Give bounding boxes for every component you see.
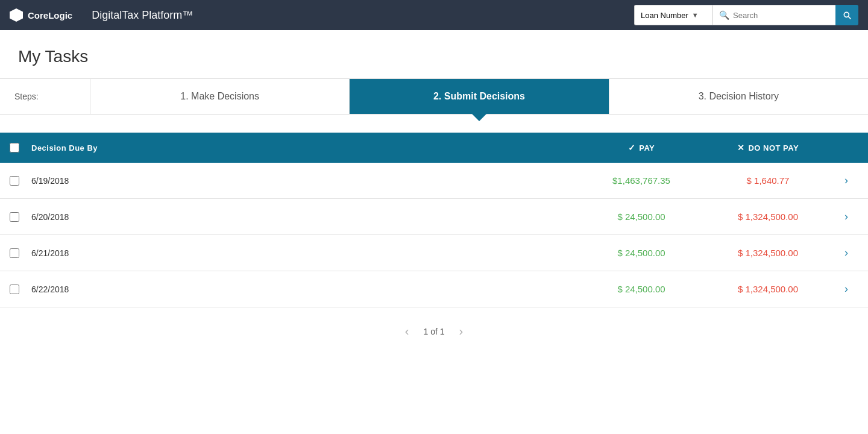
row-3-expand-button[interactable]: › [834, 247, 858, 259]
chevron-down-icon: ▼ [692, 11, 699, 19]
table-row: 6/20/2018 $ 24,500.00 $ 1,324,500.00 › [0, 199, 868, 235]
row-2-date: 6/20/2018 [31, 212, 581, 222]
row-1-checkbox[interactable] [10, 176, 19, 186]
pagination: ‹ 1 of 1 › [0, 307, 868, 355]
logo-icon [10, 8, 23, 22]
row-4-expand-button[interactable]: › [834, 283, 858, 295]
page-info: 1 of 1 [423, 327, 444, 336]
steps-label: Steps: [0, 79, 90, 114]
row-2-do-not-pay: $ 1,324,500.00 [702, 212, 834, 222]
table-header: Decision Due By ✓ PAY ✕ DO NOT PAY [0, 133, 868, 163]
header-pay: ✓ PAY [581, 143, 702, 153]
row-4-do-not-pay: $ 1,324,500.00 [702, 284, 834, 294]
row-4-checkbox[interactable] [10, 285, 19, 294]
search-input-wrap: 🔍 [712, 5, 835, 25]
table-row: 6/22/2018 $ 24,500.00 $ 1,324,500.00 › [0, 271, 868, 307]
decisions-table: Decision Due By ✓ PAY ✕ DO NOT PAY 6/19/… [0, 133, 868, 307]
row-3-pay: $ 24,500.00 [581, 248, 702, 258]
search-input[interactable] [733, 11, 829, 20]
search-icon: 🔍 [719, 10, 729, 20]
search-dropdown[interactable]: Loan Number ▼ [634, 5, 712, 25]
x-icon: ✕ [737, 143, 745, 153]
row-2-pay: $ 24,500.00 [581, 212, 702, 222]
row-1-pay: $1,463,767.35 [581, 175, 702, 186]
table-row: 6/19/2018 $1,463,767.35 $ 1,640.77 › [0, 163, 868, 199]
loan-number-label: Loan Number [641, 11, 688, 20]
header-decision-due-by: Decision Due By [31, 143, 581, 153]
search-btn-icon [842, 10, 852, 20]
prev-page-button[interactable]: ‹ [400, 322, 414, 341]
header-do-not-pay: ✕ DO NOT PAY [702, 143, 834, 153]
app-title: DigitalTax Platform™ [92, 9, 624, 22]
row-4-date: 6/22/2018 [31, 285, 581, 294]
tab-make-decisions[interactable]: 1. Make Decisions [90, 79, 350, 114]
row-1-do-not-pay: $ 1,640.77 [702, 175, 834, 186]
row-1-date: 6/19/2018 [31, 176, 581, 186]
row-checkbox-cell [10, 285, 31, 294]
page-title: My Tasks [0, 30, 868, 78]
row-checkbox-cell [10, 248, 31, 258]
row-2-expand-button[interactable]: › [834, 210, 858, 223]
tab-decision-history[interactable]: 3. Decision History [609, 79, 868, 114]
row-3-date: 6/21/2018 [31, 248, 581, 258]
row-1-expand-button[interactable]: › [834, 174, 858, 187]
row-2-checkbox[interactable] [10, 212, 19, 222]
row-3-checkbox[interactable] [10, 248, 19, 258]
row-checkbox-cell [10, 212, 31, 222]
search-area: Loan Number ▼ 🔍 [634, 5, 858, 25]
row-checkbox-cell [10, 176, 31, 186]
select-all-checkbox[interactable] [10, 143, 19, 153]
search-button[interactable] [835, 5, 858, 25]
logo: CoreLogic [10, 8, 72, 22]
page-content: My Tasks Steps: 1. Make Decisions 2. Sub… [0, 30, 868, 434]
check-icon: ✓ [628, 143, 636, 153]
app-header: CoreLogic DigitalTax Platform™ Loan Numb… [0, 0, 868, 30]
table-row: 6/21/2018 $ 24,500.00 $ 1,324,500.00 › [0, 235, 868, 271]
logo-text: CoreLogic [28, 10, 72, 20]
tab-submit-decisions[interactable]: 2. Submit Decisions [350, 79, 609, 114]
header-checkbox-cell [10, 143, 31, 153]
row-4-pay: $ 24,500.00 [581, 284, 702, 294]
next-page-button[interactable]: › [454, 322, 468, 341]
steps-bar: Steps: 1. Make Decisions 2. Submit Decis… [0, 78, 868, 115]
row-3-do-not-pay: $ 1,324,500.00 [702, 248, 834, 258]
